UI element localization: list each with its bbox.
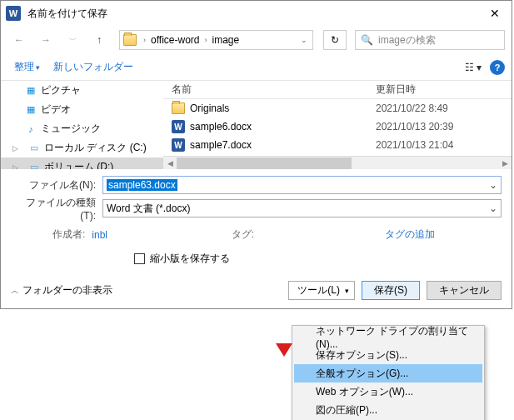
filename-input[interactable]: sample63.docx ⌄ — [102, 176, 502, 194]
folder-icon — [172, 102, 185, 114]
drive-icon: ▭ — [27, 162, 41, 170]
list-item[interactable]: Originals 2021/10/22 8:49 — [163, 99, 512, 118]
path-seg-2[interactable]: image — [208, 34, 242, 46]
menu-compress-pictures[interactable]: 図の圧縮(P)... — [294, 401, 482, 419]
tools-button[interactable]: ツール(L)▾ — [288, 281, 355, 300]
col-name[interactable]: 名前 — [163, 82, 376, 97]
tag-value[interactable]: タグの追加 — [385, 228, 435, 242]
tree-item-pictures[interactable]: ▦ピクチャ — [1, 81, 163, 100]
docx-icon: W — [172, 120, 185, 133]
nav-up-button[interactable]: ↑ — [87, 28, 111, 52]
chevron-right-icon: › — [143, 36, 146, 44]
horizontal-scrollbar[interactable]: ◀ ▶ — [163, 156, 512, 169]
close-button[interactable]: ✕ — [478, 1, 512, 26]
view-button[interactable]: ☷ ▾ — [465, 62, 482, 73]
folder-icon — [123, 34, 137, 46]
drive-icon: ▭ — [27, 142, 41, 154]
dialog-title: 名前を付けて保存 — [27, 7, 478, 21]
list-item[interactable]: Wsample7.docx 2021/10/13 21:04 — [163, 136, 512, 154]
menu-general-options[interactable]: 全般オプション(G)... — [294, 364, 482, 382]
chevron-down-icon[interactable]: ⌄ — [301, 36, 307, 44]
nav-forward-button: → — [34, 28, 57, 52]
refresh-button[interactable]: ↻ — [323, 30, 347, 50]
nav-tree[interactable]: ▦ピクチャ ▦ビデオ ♪ミュージック ▷▭ローカル ディスク (C:) ▷▭ボリ… — [1, 81, 163, 169]
scroll-thumb[interactable] — [177, 158, 352, 169]
filetype-select[interactable]: Word 文書 (*.docx) ⌄ — [102, 199, 502, 218]
video-icon: ▦ — [24, 104, 37, 116]
scroll-right-icon[interactable]: ▶ — [498, 159, 512, 168]
search-icon: 🔍 — [361, 34, 373, 46]
col-date[interactable]: 更新日時 — [376, 82, 512, 97]
menu-web-options[interactable]: Web オプション(W)... — [294, 382, 482, 401]
word-app-icon: W — [6, 6, 21, 21]
thumbnail-checkbox[interactable] — [134, 253, 145, 264]
new-folder-button[interactable]: 新しいフォルダー — [47, 60, 140, 74]
filetype-label: ファイルの種類(T): — [11, 196, 102, 222]
expand-icon[interactable]: ▷ — [12, 163, 21, 170]
nav-recent-button[interactable]: ﹀ — [61, 28, 84, 52]
list-item[interactable]: Wsample6.docx 2021/10/13 20:39 — [163, 118, 512, 136]
menu-network-drive[interactable]: ネットワーク ドライブの割り当て(N)... — [294, 328, 482, 346]
thumbnail-label[interactable]: 縮小版を保存する — [150, 252, 230, 266]
expand-icon[interactable]: ▷ — [12, 144, 21, 152]
filename-label: ファイル名(N): — [11, 178, 102, 192]
cancel-button[interactable]: キャンセル — [427, 281, 502, 300]
chevron-down-icon[interactable]: ⌄ — [489, 179, 497, 191]
hide-folders-button[interactable]: ︿ フォルダーの非表示 — [11, 283, 112, 298]
music-icon: ♪ — [24, 123, 37, 135]
tools-menu: ネットワーク ドライブの割り当て(N)... 保存オプション(S)... 全般オ… — [292, 325, 485, 420]
author-label: 作成者: — [52, 228, 85, 242]
nav-back-button[interactable]: ← — [7, 28, 31, 52]
chevron-up-icon: ︿ — [11, 285, 19, 297]
chevron-down-icon[interactable]: ⌄ — [489, 202, 497, 214]
tree-item-video[interactable]: ▦ビデオ — [1, 100, 163, 119]
tree-item-volume[interactable]: ▷▭ボリューム (D:) — [1, 158, 163, 169]
tree-item-music[interactable]: ♪ミュージック — [1, 119, 163, 138]
path-seg-1[interactable]: office-word — [147, 34, 202, 46]
save-button[interactable]: 保存(S) — [362, 281, 420, 300]
address-bar[interactable]: › office-word › image ⌄ — [119, 30, 313, 50]
search-placeholder: imageの検索 — [378, 33, 436, 48]
scroll-left-icon[interactable]: ◀ — [163, 159, 177, 168]
docx-icon: W — [172, 138, 185, 152]
author-value[interactable]: inbl — [92, 229, 107, 241]
search-input[interactable]: 🔍 imageの検索 — [355, 30, 505, 50]
organize-button[interactable]: 整理▾ — [7, 60, 47, 74]
pictures-icon: ▦ — [24, 85, 37, 97]
file-list[interactable]: 名前 更新日時 Originals 2021/10/22 8:49 Wsampl… — [163, 81, 512, 169]
chevron-right-icon: › — [204, 36, 207, 44]
help-button[interactable]: ? — [490, 60, 505, 75]
tag-label: タグ: — [232, 228, 254, 242]
annotation-pointer-icon — [276, 343, 292, 357]
tree-item-localdisk[interactable]: ▷▭ローカル ディスク (C:) — [1, 138, 163, 158]
